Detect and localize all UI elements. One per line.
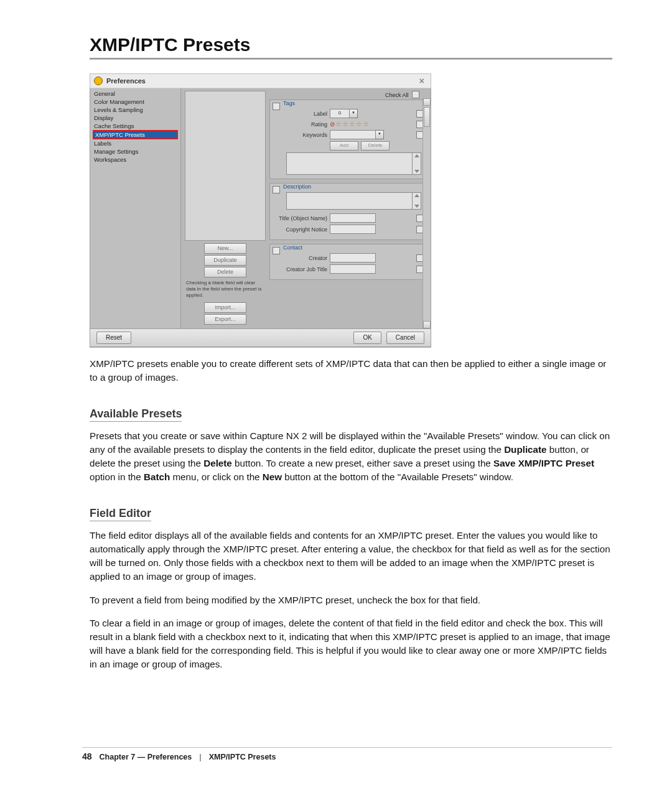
label-dropdown[interactable]: 0 (330, 109, 350, 118)
chevron-down-icon[interactable] (376, 130, 384, 139)
spinner-icon[interactable] (412, 152, 421, 175)
available-presets-list[interactable] (185, 91, 266, 241)
field-editor-scrollbar[interactable] (422, 98, 431, 328)
keywords-textarea[interactable] (286, 152, 421, 175)
sidebar-item-levels-sampling[interactable]: Levels & Sampling (91, 106, 179, 114)
field-editor-paragraph-1: The field editor displays all of the ava… (90, 529, 612, 583)
keyword-delete-button[interactable]: Delete (361, 141, 390, 151)
sidebar-item-manage-settings[interactable]: Manage Settings (91, 147, 179, 156)
available-presets-paragraph: Presets that you create or save within C… (90, 429, 612, 484)
creator-field-input[interactable] (330, 253, 376, 263)
check-all-row: Check All (269, 90, 428, 100)
chevron-down-icon[interactable] (350, 109, 358, 118)
field-editor-column: Check All Tags Label 0 (268, 88, 431, 328)
available-presets-column: New... Duplicate Delete Checking a blank… (181, 88, 268, 328)
check-all-label: Check All (385, 92, 409, 98)
description-panel-title: Description (281, 184, 313, 190)
spinner-icon[interactable] (412, 192, 421, 210)
sidebar-item-cache-settings[interactable]: Cache Settings (91, 122, 179, 130)
copyright-field-label: Copyright Notice (274, 226, 330, 233)
keywords-field-label: Keywords (274, 132, 330, 138)
keywords-input[interactable] (330, 130, 376, 139)
creator-job-field-label: Creator Job Title (274, 266, 330, 272)
title-rule (90, 58, 612, 60)
description-textarea[interactable] (286, 192, 421, 210)
window-title: Preferences (106, 77, 417, 85)
close-icon[interactable]: × (417, 76, 427, 86)
available-presets-heading: Available Presets (90, 407, 182, 422)
keyword-add-button[interactable]: Add (330, 141, 358, 151)
check-all-checkbox[interactable] (412, 91, 419, 98)
window-footer: Reset OK Cancel (90, 329, 431, 347)
footer-separator: | (199, 753, 202, 761)
app-icon (94, 77, 103, 85)
scroll-down-icon[interactable] (423, 321, 431, 328)
sidebar-item-xmp-iptc-presets[interactable]: XMP/IPTC Presets (93, 130, 178, 139)
rating-stars[interactable]: ⊘☆☆☆☆☆ (330, 120, 370, 128)
label-field-label: Label (274, 111, 330, 117)
field-editor-paragraph-2: To prevent a field from being modified b… (90, 593, 612, 607)
export-button[interactable]: Export... (204, 314, 246, 325)
rating-field-label: Rating (274, 121, 330, 128)
tags-panel-checkbox[interactable] (273, 103, 280, 110)
page-title: XMP/IPTC Presets (90, 34, 612, 55)
delete-button[interactable]: Delete (204, 267, 246, 277)
creator-field-label: Creator (274, 255, 330, 261)
page-number: 48 (82, 751, 92, 761)
tags-panel: Tags Label 0 Rating ⊘☆☆☆☆☆ (269, 100, 428, 179)
preferences-window: Preferences × General Color Management L… (90, 73, 431, 347)
sidebar-item-general[interactable]: General (91, 90, 179, 98)
window-titlebar: Preferences × (90, 73, 431, 88)
footer-chapter: Chapter 7 — Preferences (100, 753, 192, 761)
prefs-sidebar: General Color Management Levels & Sampli… (90, 88, 181, 328)
title-field-label: Title (Object Name) (274, 215, 330, 221)
tags-panel-title: Tags (281, 100, 297, 106)
footer-section: XMP/IPTC Presets (209, 753, 276, 761)
sidebar-item-display[interactable]: Display (91, 114, 179, 122)
import-button[interactable]: Import... (204, 302, 246, 313)
intro-paragraph: XMP/IPTC presets enable you to create di… (90, 357, 612, 384)
scroll-thumb[interactable] (424, 107, 430, 127)
reset-button[interactable]: Reset (96, 332, 131, 344)
field-editor-paragraph-3: To clear a field in an image or group of… (90, 616, 612, 671)
field-editor-heading: Field Editor (90, 507, 151, 521)
description-panel: Description Title (Object Name) Copyrigh… (269, 183, 428, 240)
sidebar-item-workspaces[interactable]: Workspaces (91, 156, 179, 164)
sidebar-item-color-management[interactable]: Color Management (91, 98, 179, 106)
contact-panel: Contact Creator Creator Job Title (269, 244, 428, 280)
blank-field-hint: Checking a blank field will clear data i… (186, 280, 266, 299)
cancel-button[interactable]: Cancel (386, 332, 424, 344)
ok-button[interactable]: OK (353, 332, 381, 344)
description-panel-checkbox[interactable] (273, 186, 280, 193)
sidebar-item-labels[interactable]: Labels (91, 139, 179, 147)
copyright-field-input[interactable] (330, 225, 376, 234)
new-button[interactable]: New... (204, 243, 246, 254)
duplicate-button[interactable]: Duplicate (204, 255, 246, 266)
contact-panel-title: Contact (281, 244, 304, 251)
scroll-up-icon[interactable] (423, 98, 431, 106)
page-footer: 48 Chapter 7 — Preferences | XMP/IPTC Pr… (82, 747, 612, 761)
no-rating-icon[interactable]: ⊘ (330, 121, 335, 128)
contact-panel-checkbox[interactable] (273, 247, 280, 254)
creator-job-field-input[interactable] (330, 264, 376, 274)
title-field-input[interactable] (330, 213, 376, 223)
